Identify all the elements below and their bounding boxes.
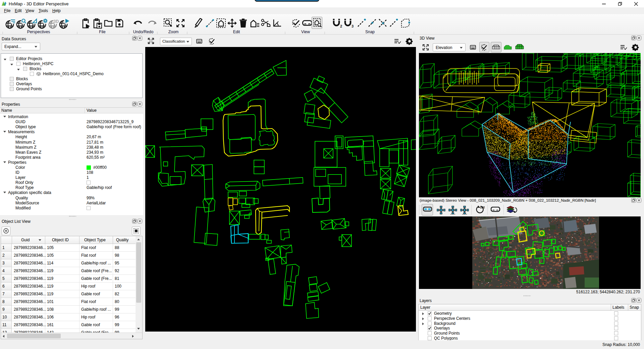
svg-text:2: 2	[340, 24, 342, 28]
svg-text:3: 3	[352, 24, 354, 28]
svg-text:180: 180	[480, 206, 485, 209]
